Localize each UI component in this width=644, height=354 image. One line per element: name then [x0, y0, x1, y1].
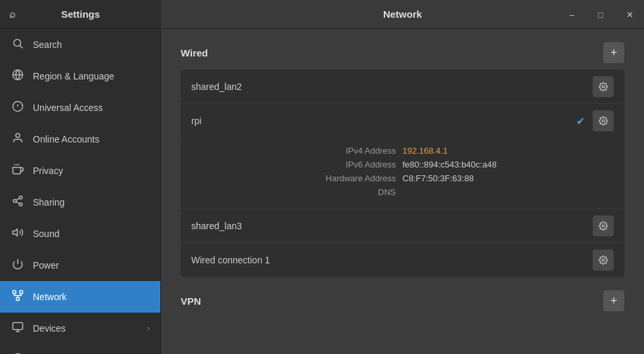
devices-icon — [11, 321, 25, 336]
svg-rect-18 — [13, 290, 16, 294]
network-name-rpi: rpi — [191, 116, 571, 126]
svg-point-29 — [602, 120, 605, 122]
svg-point-28 — [602, 85, 605, 88]
network-detail-value: C8:F7:50:3F:63:88 — [403, 173, 508, 183]
content-area: Wired + shared_lan2rpi✔IPv4 Address192.1… — [161, 29, 644, 354]
sidebar-item-sound[interactable]: Sound — [0, 218, 160, 250]
svg-line-15 — [16, 198, 19, 200]
network-gear-button-wired_connection_1[interactable] — [593, 250, 614, 271]
network-detail-label: IPv6 Address — [298, 160, 403, 169]
svg-point-31 — [602, 259, 605, 261]
sidebar-item-sharing[interactable]: Sharing — [0, 187, 160, 218]
sidebar-item-region[interactable]: Region & Language — [0, 60, 160, 92]
wired-add-button[interactable]: + — [603, 42, 624, 63]
network-gear-button-rpi[interactable] — [593, 110, 614, 131]
vpn-add-button[interactable]: + — [603, 290, 624, 311]
network-card-shared_lan3: shared_lan3 — [181, 209, 624, 243]
sidebar-item-privacy[interactable]: Privacy — [0, 155, 160, 187]
region-icon — [11, 69, 25, 84]
sidebar-item-network[interactable]: Network — [0, 281, 160, 313]
sidebar-item-search[interactable]: Search — [0, 29, 160, 60]
search-icon — [11, 37, 25, 53]
network-name-wired_connection_1: Wired connection 1 — [191, 255, 585, 265]
maximize-button[interactable]: □ — [586, 0, 615, 29]
sidebar-item-label-power: Power — [33, 260, 59, 271]
network-detail-label: Hardware Address — [298, 173, 403, 183]
titlebar-settings-label: ⌕ Settings — [0, 0, 161, 29]
sidebar-item-online-accounts[interactable]: Online Accounts — [0, 123, 160, 155]
main-layout: SearchRegion & LanguageUniversal AccessO… — [0, 29, 644, 354]
titlebar-settings-title: Settings — [61, 9, 100, 20]
svg-marker-16 — [13, 229, 18, 236]
vpn-section: VPN + — [181, 290, 624, 311]
svg-point-11 — [19, 196, 22, 199]
network-name-shared_lan2: shared_lan2 — [191, 81, 585, 92]
network-detail-row: Hardware AddressC8:F7:50:3F:63:88 — [191, 171, 614, 185]
sidebar-item-label-search: Search — [33, 39, 62, 50]
privacy-icon — [11, 164, 25, 179]
network-detail-row: DNS — [191, 185, 614, 199]
network-active-check-rpi: ✔ — [576, 115, 585, 127]
svg-rect-22 — [13, 322, 23, 330]
svg-point-12 — [13, 199, 16, 202]
network-detail-row: IPv4 Address192.168.4.1 — [191, 144, 614, 158]
svg-rect-19 — [20, 290, 23, 294]
vpn-section-title: VPN — [181, 296, 201, 307]
titlebar-controls: – □ ✕ — [557, 0, 644, 29]
svg-line-14 — [16, 202, 19, 204]
network-detail-value: 192.168.4.1 — [403, 146, 508, 156]
svg-point-7 — [16, 133, 20, 137]
universal-access-icon — [11, 100, 25, 116]
minimize-button[interactable]: – — [557, 0, 586, 29]
sound-icon — [11, 227, 25, 242]
sidebar-item-label-region: Region & Language — [33, 71, 114, 81]
sidebar-item-power[interactable]: Power — [0, 250, 160, 281]
sidebar-item-label-sound: Sound — [33, 229, 59, 239]
sidebar-item-label-network: Network — [33, 292, 66, 302]
network-card-wired_connection_1: Wired connection 1 — [181, 243, 624, 277]
sidebar-item-devices[interactable]: Devices› — [0, 313, 160, 344]
svg-point-0 — [14, 39, 21, 47]
online-accounts-icon — [11, 132, 25, 147]
network-details-rpi: IPv4 Address192.168.4.1IPv6 Addressfe80:… — [181, 138, 624, 208]
network-gear-button-shared_lan3[interactable] — [593, 215, 614, 236]
vpn-section-header: VPN + — [181, 290, 624, 311]
wired-cards-container: shared_lan2rpi✔IPv4 Address192.168.4.1IP… — [181, 70, 624, 277]
sidebar-item-label-universal-access: Universal Access — [33, 102, 103, 113]
sidebar-item-label-privacy: Privacy — [33, 166, 63, 176]
network-card-rpi: rpi✔IPv4 Address192.168.4.1IPv6 Addressf… — [181, 104, 624, 209]
close-button[interactable]: ✕ — [615, 0, 644, 29]
sidebar-item-label-sharing: Sharing — [33, 197, 64, 208]
svg-point-13 — [19, 203, 22, 206]
sidebar-item-label-online-accounts: Online Accounts — [33, 134, 99, 144]
sidebar-item-label-devices: Devices — [33, 323, 66, 334]
settings-search-icon: ⌕ — [9, 9, 16, 20]
sharing-icon — [11, 195, 25, 210]
network-detail-label: DNS — [298, 187, 403, 197]
titlebar: ⌕ Settings Network – □ ✕ — [0, 0, 644, 29]
network-name-shared_lan3: shared_lan3 — [191, 221, 585, 231]
svg-line-1 — [20, 45, 22, 48]
devices-chevron-icon: › — [147, 324, 150, 333]
wired-section: Wired + shared_lan2rpi✔IPv4 Address192.1… — [181, 42, 624, 277]
wired-section-header: Wired + — [181, 42, 624, 63]
network-card-shared_lan2: shared_lan2 — [181, 70, 624, 104]
svg-point-30 — [602, 225, 605, 227]
network-card-top-rpi: rpi✔ — [181, 104, 624, 138]
sidebar-item-universal-access[interactable]: Universal Access — [0, 92, 160, 123]
svg-rect-20 — [16, 298, 20, 301]
sidebar: SearchRegion & LanguageUniversal AccessO… — [0, 29, 161, 354]
network-detail-label: IPv4 Address — [298, 146, 403, 156]
wired-section-title: Wired — [181, 47, 208, 58]
network-detail-row: IPv6 Addressfe80::894:c543:b40c:a48 — [191, 158, 614, 171]
sidebar-item-details[interactable]: Details› — [0, 344, 160, 354]
network-gear-button-shared_lan2[interactable] — [593, 76, 614, 97]
power-icon — [11, 258, 25, 273]
network-detail-value: fe80::894:c543:b40c:a48 — [403, 160, 508, 169]
network-icon — [11, 290, 25, 305]
